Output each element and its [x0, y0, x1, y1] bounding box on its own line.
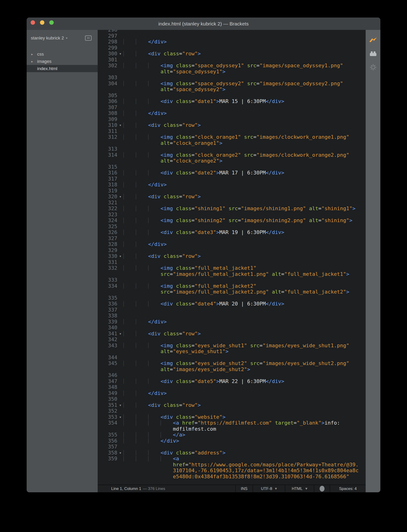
code-line[interactable]: 3107104,-76.6190453,17z/data=!3m1!4b1!4m…: [98, 468, 366, 474]
code-line[interactable]: alt="clock_orange1">: [98, 140, 366, 146]
encoding-select[interactable]: UTF-8 ▼: [253, 485, 285, 492]
code-line[interactable]: src="images/full_metal_jacket1.png" alt=…: [98, 271, 366, 277]
line-number[interactable]: 314: [98, 152, 117, 158]
line-number[interactable]: 318: [98, 182, 117, 188]
line-number[interactable]: 346: [98, 372, 117, 378]
line-number[interactable]: 349: [98, 390, 117, 396]
line-number[interactable]: 303: [98, 75, 117, 81]
line-number[interactable]: 340: [98, 325, 117, 331]
live-preview-button[interactable]: [369, 36, 377, 44]
line-number[interactable]: 354: [98, 420, 117, 426]
line-number[interactable]: 312: [98, 134, 117, 140]
code-line[interactable]: 340: [98, 325, 366, 331]
code-line[interactable]: alt="eyes_wide_shut1">: [98, 348, 366, 355]
linter-status[interactable]: [314, 485, 330, 492]
code-line[interactable]: 320▾<div class="row">: [98, 194, 366, 200]
code-line[interactable]: 324<img class="shining2" src="images/shi…: [98, 217, 366, 224]
line-number[interactable]: 307: [98, 104, 117, 110]
code-line[interactable]: 344: [98, 355, 366, 361]
fold-arrow-icon[interactable]: ▾: [117, 450, 123, 456]
code-line[interactable]: 298</div>: [98, 39, 366, 45]
code-line[interactable]: 355</a>: [98, 432, 366, 438]
code-line[interactable]: 297: [98, 33, 366, 39]
line-number[interactable]: 359: [98, 456, 117, 462]
line-number[interactable]: 297: [98, 33, 117, 39]
code-line[interactable]: alt="clock_orange2">: [98, 158, 366, 164]
code-line[interactable]: 337: [98, 307, 366, 313]
line-number[interactable]: 342: [98, 337, 117, 343]
line-number[interactable]: 315: [98, 164, 117, 170]
code-line[interactable]: 325: [98, 224, 366, 230]
code-line[interactable]: alt="images/eyes_wide_shut2">: [98, 366, 366, 372]
fold-arrow-icon[interactable]: ▾: [117, 253, 123, 259]
code-line[interactable]: 318</div>: [98, 182, 366, 188]
code-line[interactable]: 328</div>: [98, 241, 366, 247]
line-number[interactable]: 328: [98, 241, 117, 247]
code-line[interactable]: 315: [98, 164, 366, 170]
line-number[interactable]: 353: [98, 414, 117, 420]
fold-arrow-icon[interactable]: ▾: [117, 122, 123, 128]
code-line[interactable]: 327: [98, 235, 366, 241]
line-number[interactable]: 316: [98, 170, 117, 176]
indent-setting[interactable]: Spaces: 4: [330, 485, 366, 492]
code-line[interactable]: 342: [98, 337, 366, 343]
code-line[interactable]: 357: [98, 444, 366, 450]
code-line[interactable]: src="images/full_metal_jacket2.png" alt=…: [98, 289, 366, 295]
extension-manager-button[interactable]: [369, 50, 377, 57]
code-line[interactable]: 331: [98, 259, 366, 265]
line-number[interactable]: 325: [98, 224, 117, 230]
line-number[interactable]: 300: [98, 51, 117, 57]
code-line[interactable]: 322<img class="shining1" src="images/shi…: [98, 206, 366, 212]
code-line[interactable]: 311: [98, 128, 366, 134]
code-line[interactable]: 338: [98, 313, 366, 319]
code-line[interactable]: 316<div class="date2">MAR 17 | 6:30PM</d…: [98, 170, 366, 176]
line-number[interactable]: 355: [98, 432, 117, 438]
code-line[interactable]: alt="space_odyssey1">: [98, 69, 366, 75]
line-number[interactable]: 333: [98, 277, 117, 283]
split-view-icon[interactable]: ↔: [85, 36, 92, 41]
code-line[interactable]: 306<div class="date1">MAR 15 | 6:30PM</d…: [98, 98, 366, 104]
code-line[interactable]: 351▾<div class="row">: [98, 402, 366, 408]
code-line[interactable]: 305: [98, 93, 366, 99]
code-line[interactable]: 303: [98, 75, 366, 81]
line-number[interactable]: 308: [98, 110, 117, 116]
line-number[interactable]: 311: [98, 128, 117, 134]
code-line[interactable]: 309: [98, 116, 366, 122]
line-number[interactable]: 301: [98, 57, 117, 63]
code-line[interactable]: 334<img class="full_metal_jacket2": [98, 283, 366, 289]
line-number[interactable]: 302: [98, 62, 117, 69]
sidebar-item-css[interactable]: ▸css: [27, 50, 98, 58]
code-line[interactable]: 335: [98, 295, 366, 301]
line-number[interactable]: 327: [98, 235, 117, 241]
code-line[interactable]: e5480d:0x4384faf3b13538f8!8m2!3d39.31070…: [98, 474, 366, 480]
line-number[interactable]: 356: [98, 438, 117, 444]
line-number[interactable]: 344: [98, 355, 117, 361]
line-number[interactable]: 321: [98, 200, 117, 206]
line-number[interactable]: 313: [98, 146, 117, 152]
line-number[interactable]: 331: [98, 259, 117, 265]
code-line[interactable]: 350: [98, 396, 366, 402]
line-number[interactable]: 317: [98, 176, 117, 182]
code-line[interactable]: 329: [98, 247, 366, 253]
line-number[interactable]: 332: [98, 265, 117, 271]
title-bar[interactable]: index.html (stanley kubrick 2) — Bracket…: [27, 17, 380, 30]
fold-arrow-icon[interactable]: ▾: [117, 194, 123, 200]
line-number[interactable]: 323: [98, 212, 117, 218]
code-line[interactable]: 326<div class="date3">MAR 19 | 6:30PM</d…: [98, 229, 366, 235]
line-number[interactable]: 322: [98, 206, 117, 212]
line-number[interactable]: 319: [98, 188, 117, 194]
line-number[interactable]: 351: [98, 402, 117, 408]
fold-arrow-icon[interactable]: ▾: [117, 331, 123, 337]
code-line[interactable]: href="https://www.google.com/maps/place/…: [98, 462, 366, 468]
code-editor[interactable]: 296297298</div>299300▾<div class="row">3…: [98, 30, 366, 485]
line-number[interactable]: 310: [98, 122, 117, 128]
code-line[interactable]: 339</div>: [98, 319, 366, 325]
code-line[interactable]: 323: [98, 212, 366, 218]
insert-mode-toggle[interactable]: INS: [235, 485, 253, 492]
chevron-right-icon[interactable]: ▸: [31, 52, 37, 56]
code-line[interactable]: 312<img class="clock_orange1" src="image…: [98, 134, 366, 140]
code-line[interactable]: 313: [98, 146, 366, 152]
line-number[interactable]: 326: [98, 229, 117, 235]
code-line[interactable]: 333: [98, 277, 366, 283]
line-number[interactable]: 341: [98, 331, 117, 337]
